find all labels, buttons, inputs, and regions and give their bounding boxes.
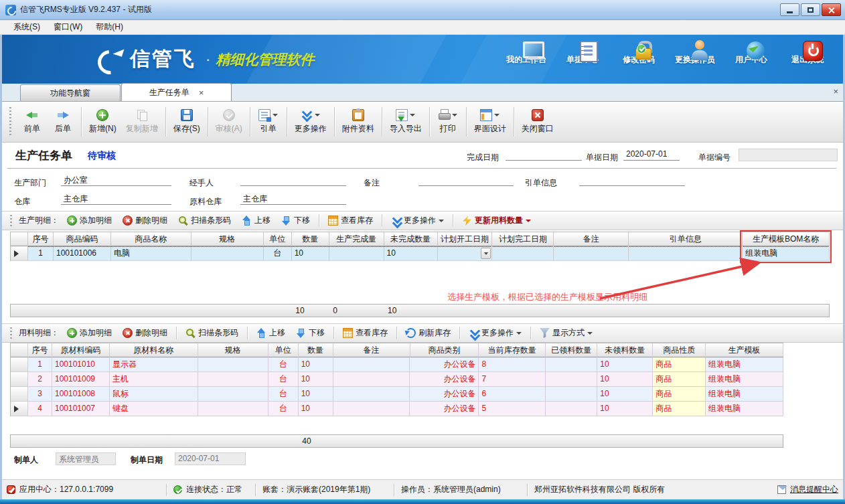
toolbar-button-界面设计[interactable]: 界面设计 [469,107,511,137]
column-header-未领料数量[interactable]: 未领料数量 [597,343,653,357]
column-header-生产模板[interactable]: 生产模板 [706,343,783,357]
column-header-原材料编码[interactable]: 原材料编码 [52,343,110,357]
column-header-商品名称[interactable]: 商品名称 [111,232,191,246]
production-detail-button-查看库存[interactable]: 查看库存 [324,214,377,228]
quick-action-单据中心[interactable]: 单据中心 [554,40,611,66]
production-detail-button-下移[interactable]: 下移 [277,214,314,228]
cell[interactable]: 6 [479,387,546,402]
column-header-计划完工日期[interactable]: 计划完工日期 [492,232,554,246]
toolbar-grip[interactable] [9,107,11,137]
warehouse-field[interactable]: 主仓库 [61,193,171,205]
quick-action-修改密码[interactable]: 修改密码 [611,40,667,66]
cell[interactable]: 台 [268,402,299,416]
cell[interactable]: 10 [384,246,438,261]
finish-date-field[interactable] [506,149,582,161]
cell[interactable] [198,372,268,387]
minimize-button[interactable] [780,3,799,16]
cell[interactable] [546,387,597,402]
toolbar-button-前单[interactable]: 前单 [17,107,48,137]
cell[interactable]: 商品 [653,402,706,416]
cell[interactable]: 4 [28,402,52,416]
column-header-商品性质[interactable]: 商品性质 [653,343,706,357]
remark-field[interactable] [418,175,514,186]
cell[interactable] [198,402,268,416]
cell[interactable] [554,246,629,261]
column-header-引单信息[interactable]: 引单信息 [629,232,743,246]
quick-action-退出系统[interactable]: 退出系统 [779,40,836,66]
column-header-备注[interactable]: 备注 [554,232,629,246]
row-selector-cell[interactable] [11,387,28,402]
cell[interactable]: 组装电脑 [706,357,783,372]
cell[interactable]: 8 [479,357,546,372]
column-header-规格[interactable]: 规格 [191,232,264,246]
column-header-生产完成量[interactable]: 生产完成量 [329,232,384,246]
cell[interactable]: 10 [292,246,329,261]
material-detail-button-扫描条形码[interactable]: 扫描条形码 [181,326,242,340]
cell[interactable]: 100101006 [54,246,111,261]
cell[interactable]: 1 [28,357,52,372]
toolbar-button-关闭窗口[interactable]: 关闭窗口 [517,107,558,137]
toolbar-button-附件资料[interactable]: 附件资料 [337,107,379,137]
menu-help[interactable]: 帮助(H) [89,20,130,34]
material-detail-button-添加明细[interactable]: 添加明细 [63,326,116,340]
material-detail-button-更多操作[interactable]: 更多操作 [465,326,526,340]
cell[interactable]: 100101009 [52,372,110,387]
production-detail-button-删除明细[interactable]: 删除明细 [119,214,171,228]
cell[interactable]: 组装电脑 [706,387,783,402]
handler-field[interactable] [240,175,346,186]
cell[interactable]: 10 [299,372,333,387]
cell[interactable]: 鼠标 [110,387,198,402]
column-header-商品类别[interactable]: 商品类别 [410,343,479,357]
material-detail-button-删除明细[interactable]: 删除明细 [119,326,171,340]
row-selector-cell[interactable] [11,402,28,416]
cell[interactable]: 10 [597,402,653,416]
column-header-单位[interactable]: 单位 [268,343,299,357]
column-header-商品编码[interactable]: 商品编码 [54,232,111,246]
column-header-计划开工日期[interactable]: 计划开工日期 [438,232,493,246]
tabstrip-close-icon[interactable]: × [833,86,838,96]
column-header-已领料数量[interactable]: 已领料数量 [546,343,597,357]
cell[interactable]: 台 [264,246,292,261]
material-detail-button-上移[interactable]: 上移 [252,326,289,340]
toolbar-grip[interactable] [10,215,12,227]
cell[interactable] [546,372,597,387]
cell[interactable]: 5 [479,402,546,416]
column-header-当前库存数量[interactable]: 当前库存数量 [479,343,546,357]
cell[interactable]: 商品 [653,372,706,387]
quick-action-更换操作员[interactable]: 更换操作员 [667,40,723,66]
production-detail-button-扫描条形码[interactable]: 扫描条形码 [174,214,235,228]
menu-system[interactable]: 系统(S) [7,20,47,34]
cell[interactable] [546,357,597,372]
cell[interactable]: 办公设备 [410,402,479,416]
cell[interactable] [333,402,410,416]
cell[interactable]: 10 [597,387,653,402]
column-header-规格[interactable]: 规格 [198,343,268,357]
toolbar-button-保存S[interactable]: 保存(S) [169,107,205,137]
cell[interactable]: 商品 [653,387,706,402]
production-detail-button-添加明细[interactable]: 添加明细 [63,214,116,228]
cell[interactable] [198,387,268,402]
dept-field[interactable]: 办公室 [61,175,171,186]
maximize-button[interactable] [801,3,820,16]
cell[interactable]: 100101010 [52,357,110,372]
cell[interactable]: 100101008 [52,387,110,402]
quick-action-我的工作台[interactable]: 我的工作台 [498,40,554,66]
cell[interactable]: 7 [479,372,546,387]
production-detail-button-上移[interactable]: 上移 [238,214,275,228]
column-header-未完成数量[interactable]: 未完成数量 [384,232,438,246]
cell[interactable] [438,246,493,261]
tab-function-navigator[interactable]: 功能导航窗 [20,84,121,101]
cell[interactable]: 办公设备 [410,357,479,372]
cell[interactable] [329,246,384,261]
column-header-原材料名称[interactable]: 原材料名称 [110,343,198,357]
material-detail-button-下移[interactable]: 下移 [292,326,329,340]
toolbar-button-导入导出[interactable]: 导入导出 [385,107,427,137]
cell[interactable] [333,387,410,402]
statusbar-message-center-link[interactable]: 消息提醒中心 [771,480,845,499]
cell[interactable]: 台 [268,387,299,402]
cell[interactable] [333,372,410,387]
cell[interactable]: 办公设备 [410,372,479,387]
cell[interactable]: 台 [268,357,299,372]
cell[interactable]: 1 [28,246,54,261]
row-selector-cell[interactable] [11,246,28,261]
